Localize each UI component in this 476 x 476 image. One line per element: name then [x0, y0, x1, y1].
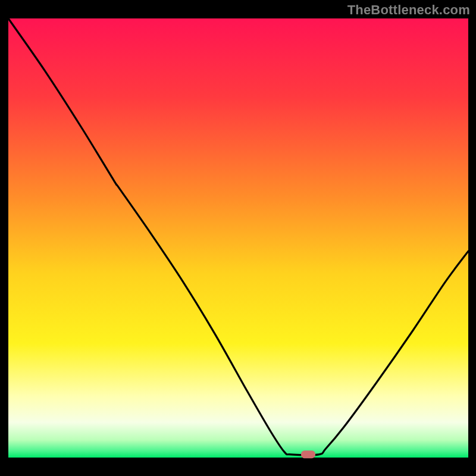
bottleneck-chart: [0, 0, 476, 476]
chart-frame: { "watermark": "TheBottleneck.com", "cha…: [0, 0, 476, 476]
plot-background: [8, 18, 468, 458]
optimum-marker: [301, 450, 315, 458]
watermark-text: TheBottleneck.com: [347, 2, 470, 18]
